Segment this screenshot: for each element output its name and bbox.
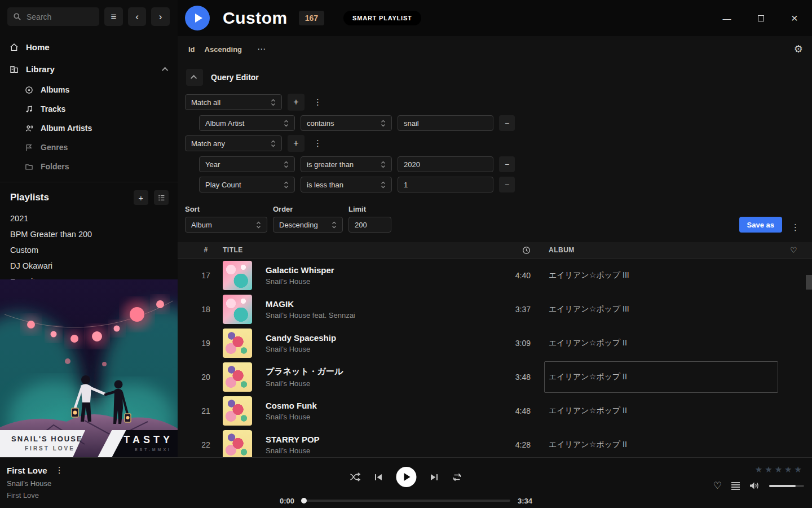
window-close-button[interactable]: × [786,10,803,27]
rule-value-input[interactable] [398,156,493,172]
more-options-button[interactable]: ⋯ [257,44,266,54]
table-row[interactable]: 21 Cosmo Funk Snail’s House 4:48 エイリアン☆ポ… [178,394,812,428]
limit-input[interactable] [348,217,391,233]
track-album[interactable]: エイリアン☆ポップ II [531,394,767,428]
track-artist[interactable]: Snail’s House feat. Sennzai [266,311,491,319]
rule-group-menu-button[interactable]: ⋮ [310,97,325,107]
column-header-number[interactable]: # [204,246,208,254]
table-row[interactable]: 22 STARRY POP Snail’s House 4:28 エイリアン☆ポ… [178,428,812,457]
remove-rule-button[interactable]: − [499,177,515,192]
remove-rule-button[interactable]: − [499,115,515,131]
search-input-container[interactable] [7,7,99,26]
next-button[interactable] [431,474,438,481]
column-header-favorite[interactable]: ♡ [790,246,812,255]
track-album[interactable]: エイリアン☆ポップ II [531,428,767,457]
track-artist[interactable]: Snail’s House [266,277,491,286]
table-row[interactable]: 18 MAGIK Snail’s House feat. Sennzai 3:3… [178,292,812,326]
track-number: 17 [201,271,210,280]
rule-value-input[interactable] [398,115,493,131]
sort-select[interactable]: Album [185,217,267,233]
play-pause-button[interactable] [396,467,417,487]
seek-handle[interactable] [301,498,307,503]
sidebar-item-label: Home [26,42,50,52]
forward-button[interactable]: › [151,7,170,26]
flag-icon [25,143,33,152]
sidebar-item-library[interactable]: Library [0,58,178,80]
track-artist[interactable]: Snail’s House [266,379,491,388]
rule-field-select[interactable]: Album Artist [199,115,295,131]
volume-icon[interactable] [749,481,760,490]
sidebar-item-genres[interactable]: Genres [0,138,178,157]
rule-field-select[interactable]: Play Count [199,177,295,192]
rule-operator-select[interactable]: is greater than [301,156,392,172]
scrollbar-thumb[interactable] [806,275,812,290]
playlist-item[interactable]: BPM Greater than 200 [0,226,178,242]
now-playing-album[interactable]: First Love [7,491,64,500]
sidebar-item-home[interactable]: Home [0,36,178,58]
now-playing-title[interactable]: First Love [7,466,47,475]
rating-stars[interactable]: ★★★★★ [755,465,804,475]
banner-artist: SNAIL'S HOUSE [11,435,83,443]
column-header-duration[interactable] [522,246,531,255]
column-header-title[interactable]: TITLE [223,246,491,254]
playlist-item[interactable]: 2021 [0,211,178,226]
track-artist[interactable]: Snail’s House [266,413,491,421]
add-playlist-button[interactable]: + [134,190,148,205]
repeat-button[interactable] [452,473,462,481]
rule-operator-select[interactable]: is less than [301,177,392,192]
table-row[interactable]: 17 Galactic Whisper Snail’s House 4:40 エ… [178,259,812,292]
track-album-focused-cell[interactable]: エイリアン☆ポップ II [531,360,767,394]
now-playing-menu-button[interactable]: ⋮ [55,465,64,475]
table-row[interactable]: 19 Candy Spaceship Snail’s House 3:09 エイ… [178,326,812,360]
queue-button[interactable] [731,482,740,490]
now-playing-artist[interactable]: Snail’s House [7,479,64,488]
query-menu-button[interactable]: ⋮ [788,222,803,233]
sidebar-item-tracks[interactable]: Tracks [0,99,178,119]
track-album[interactable]: エイリアン☆ポップ III [531,259,767,292]
rule-operator-select[interactable]: contains [301,115,392,131]
track-album[interactable]: エイリアン☆ポップ II [531,326,767,360]
rule-field-select[interactable]: Year [199,156,295,172]
match-type-select[interactable]: Match all [185,94,282,110]
window-maximize-button[interactable] [752,10,769,27]
match-type-select[interactable]: Match any [185,135,282,151]
seek-bar[interactable] [302,500,510,502]
now-playing-artwork[interactable]: SNAIL'S HOUSE FIRST LOVE TASTY EST.MMXI [0,279,178,457]
select-stepper-icon [332,221,337,229]
favorite-button[interactable]: ♡ [713,480,722,492]
column-header-album[interactable]: ALBUM [531,246,767,254]
previous-button[interactable] [375,474,382,481]
menu-button[interactable]: ≡ [104,7,123,26]
track-album[interactable]: エイリアン☆ポップ III [531,292,767,326]
save-as-button[interactable]: Save as [739,217,782,233]
window-minimize-button[interactable]: — [718,10,735,27]
add-rule-button[interactable]: + [288,94,304,111]
track-duration: 3:37 [515,305,531,314]
sidebar-item-albums[interactable]: Albums [0,80,178,99]
track-artist[interactable]: Snail’s House [266,446,491,455]
track-artist[interactable]: Snail’s House [266,345,491,353]
sort-field-button[interactable]: Id [188,45,195,54]
select-value: Match any [191,139,225,148]
playlist-item[interactable]: Custom [0,242,178,258]
playlist-list-button[interactable] [154,190,169,205]
search-input[interactable] [27,12,89,21]
gear-icon[interactable]: ⚙ [794,43,803,55]
sort-order-button[interactable]: Ascending [205,45,242,54]
sidebar-item-album-artists[interactable]: Album Artists [0,119,178,138]
add-rule-button[interactable]: + [288,135,304,152]
table-row[interactable]: 20 プラネット・ガール Snail’s House 3:48 エイリアン☆ポッ… [178,360,812,394]
remove-rule-button[interactable]: − [499,156,515,172]
back-button[interactable]: ‹ [128,7,147,26]
collapse-query-editor-button[interactable] [186,69,203,86]
volume-slider[interactable] [769,485,804,487]
playlist-item[interactable]: DJ Okawari [0,258,178,274]
collapse-chevron-icon[interactable] [162,67,168,73]
sidebar-item-folders[interactable]: Folders [0,157,178,176]
rule-value-input[interactable] [398,177,493,192]
order-select[interactable]: Descending [273,217,343,233]
shuffle-button[interactable] [350,472,361,481]
play-playlist-button[interactable] [185,6,210,30]
album-art-thumbnail [223,329,252,358]
rule-group-menu-button[interactable]: ⋮ [310,138,325,148]
